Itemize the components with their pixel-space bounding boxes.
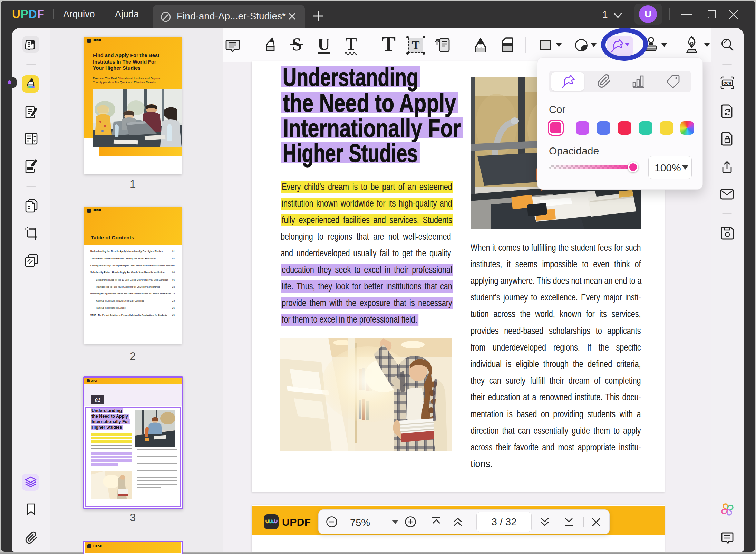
svg-text:OCR: OCR <box>723 81 731 85</box>
